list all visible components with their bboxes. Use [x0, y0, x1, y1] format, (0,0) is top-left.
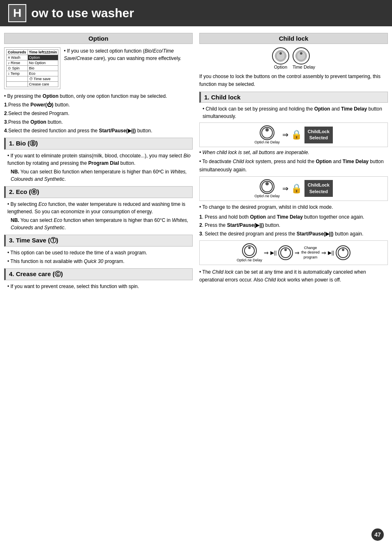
- diagram1-option-group: Optio\ ne Delay: [254, 125, 280, 144]
- childlock-italic-note: • When child lock is set, all buttons ar…: [199, 150, 388, 155]
- svg-point-9: [248, 247, 251, 249]
- option-step1: 1.Press the Power(⏻) button.: [4, 101, 193, 108]
- diagram3-label: Optio\ ne Delay: [237, 258, 262, 262]
- option-area: Coloureds Time left122min ≡ Wash Option …: [4, 47, 193, 89]
- crease-section-header: 4. Crease care (Ⓒ): [4, 268, 193, 280]
- lock-icon1: 🔒: [291, 129, 302, 140]
- arrow-icon2: ⇒: [282, 184, 288, 193]
- table-row: Bio: [28, 66, 58, 71]
- arrow3a: ⇒: [264, 249, 269, 256]
- table-row: Crease care: [28, 82, 58, 87]
- page-number: 47: [371, 528, 384, 541]
- option-intro-text: • If you use to select option function (…: [64, 47, 193, 89]
- childlock-diagram2: Optio\ ne Delay ⇒ 🔒 ChildLock Selected: [199, 176, 388, 201]
- bio-bullet1: • If you want to eliminate protein stain…: [4, 152, 193, 167]
- svg-point-11: [284, 249, 287, 251]
- table-row: No Option: [28, 60, 58, 66]
- svg-point-7: [265, 182, 269, 185]
- diagram3-dial2: [278, 245, 293, 260]
- childlock-final-note: • The Child lock can be set at any time …: [199, 268, 388, 284]
- svg-point-1: [279, 52, 282, 55]
- header-letter: H: [8, 4, 26, 22]
- diagram2-option-group: Optio\ ne Delay: [254, 179, 280, 198]
- bio-nb: NB. You can select Bio function when tem…: [4, 168, 193, 183]
- page-wrapper: H ow to use washer Option Coloureds Time…: [0, 0, 392, 549]
- table-row: Eco: [28, 71, 58, 76]
- right-column: Child lock Option: [199, 33, 388, 293]
- timedelay-dial-label: Time Delay: [293, 65, 315, 69]
- option-step4: 4.Select the desired function and press …: [4, 127, 193, 134]
- diagram3-option-group: Optio\ ne Delay: [237, 243, 262, 262]
- option-bullets: • By pressing the Option button, only on…: [4, 92, 193, 134]
- dial-row: Option Time Delay: [199, 47, 388, 69]
- childlock-diagram1: Optio\ ne Delay ⇒ 🔒 ChildLock Selected: [199, 122, 388, 147]
- diagram3-dial3: [336, 245, 350, 260]
- timesave-bullet2: • This function is not available with Qu…: [4, 258, 193, 265]
- eco-section-header: 2. Eco (ⓔ): [4, 186, 193, 198]
- table-row: ↕ Temp: [7, 71, 28, 76]
- arrow3b: ⇒: [295, 249, 300, 256]
- childlock-step1: 1. Press and hold both Option and Time D…: [199, 213, 388, 221]
- svg-point-3: [300, 52, 302, 55]
- table-row: [7, 82, 28, 87]
- diagram2-nedelay-label: ne Delay: [265, 194, 280, 198]
- svg-point-13: [342, 249, 344, 251]
- arrow3c: ⇒: [321, 249, 326, 256]
- option-dial: [272, 47, 289, 65]
- timedelay-dial-group: Time Delay: [293, 47, 315, 69]
- option-table: Coloureds Time left122min ≡ Wash Option …: [6, 49, 58, 87]
- arrow-icon1: ⇒: [282, 130, 288, 139]
- diagram3-dial3-circle: [336, 245, 350, 260]
- table-header-time: Time left122min: [28, 50, 58, 55]
- timedelay-dial-inner: [295, 50, 307, 62]
- timesave-content: • This option can be used to reduce the …: [4, 249, 193, 265]
- timedelay-dial: [293, 47, 310, 65]
- bio-section-header: 1. Bio (Ⓑ): [4, 138, 193, 150]
- option-bullet1: • By pressing the Option button, only on…: [4, 92, 193, 100]
- table-row: Option: [28, 55, 58, 60]
- childlock-top-diagram: Option Time Delay: [199, 47, 388, 69]
- childlock-intro: If you choose to lock the buttons on the…: [199, 73, 388, 88]
- childlock-change-note: • To change to the desired program, whil…: [199, 203, 388, 211]
- option-dial-inner: [275, 50, 286, 62]
- crease-bullet1: • If you want to prevent crease, select …: [4, 283, 193, 290]
- option-section-header: Option: [4, 33, 193, 44]
- eco-content: • By selecting Eco function, the water t…: [4, 201, 193, 231]
- badge1-line1: ChildLock: [308, 129, 330, 135]
- crease-content: • If you want to prevent crease, select …: [4, 283, 193, 290]
- option-dial-group: Option: [272, 47, 289, 69]
- diagram2-option-dial: [260, 179, 274, 194]
- svg-point-5: [265, 128, 269, 131]
- left-column: Option Coloureds Time left122min ≡ Wash …: [4, 33, 193, 293]
- childlock1-header: 1. Child lock: [199, 92, 388, 103]
- childlock-section-header: Child lock: [199, 33, 388, 44]
- option-step2: 2.Select the desired Program.: [4, 110, 193, 117]
- childlock-diagram3: Optio\ ne Delay ⇒ ▶|| ⇒ Changethe desire…: [199, 240, 388, 265]
- table-row: ⊙ Spin: [7, 66, 28, 71]
- lock-icon2: 🔒: [291, 183, 302, 194]
- childlock-deactivate: • To deactivate Child lock system, press…: [199, 158, 388, 173]
- childlock-step2: 2. Press the Start/Pause(▶||) button.: [199, 221, 388, 229]
- childlock1-content: • Child lock can be set by pressing and …: [199, 105, 388, 120]
- childlock-step3: 3. Select the desired program and press …: [199, 230, 388, 238]
- diagram1-option-dial: [260, 125, 274, 140]
- table-row: ♪ Rinse: [7, 60, 28, 66]
- childlock-badge2: ChildLock Selected: [304, 180, 333, 197]
- table-row: ≡ Wash: [7, 55, 28, 60]
- table-header-col1: Coloureds: [7, 50, 28, 55]
- timesave-section-header: 3. Time Save (Ⓣ): [4, 235, 193, 247]
- option-step3: 3.Press the Option button.: [4, 118, 193, 126]
- childlock-bullet1: • Child lock can be set by pressing and …: [199, 105, 388, 120]
- play-icon3: ▶||: [270, 250, 277, 256]
- diagram3-dial2-circle: [278, 245, 293, 260]
- badge2-line2: Selected: [308, 189, 330, 195]
- badge2-line1: ChildLock: [308, 182, 330, 188]
- page-header: H ow to use washer: [0, 0, 392, 26]
- table-row: ⏱ Time save: [28, 76, 58, 82]
- childlock-badge1: ChildLock Selected: [304, 127, 333, 143]
- page-title: ow to use washer: [31, 6, 134, 20]
- play-icon3b: ▶||: [328, 250, 334, 256]
- option-dial-label: Option: [272, 65, 289, 69]
- diagram2-option-label: Optio\: [254, 194, 264, 198]
- childlock-steps: 1. Press and hold both Option and Time D…: [199, 213, 388, 238]
